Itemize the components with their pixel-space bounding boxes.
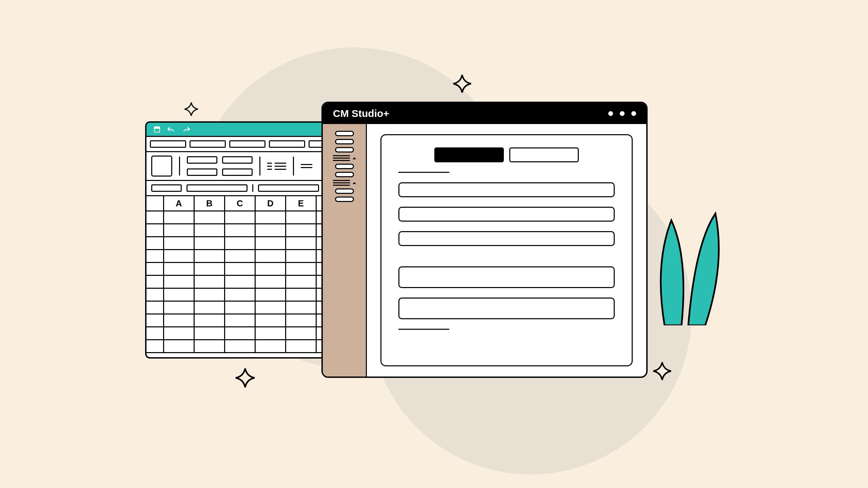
format-button[interactable] xyxy=(187,168,217,176)
undo-icon[interactable] xyxy=(167,126,175,133)
sidebar-item[interactable] xyxy=(335,139,354,144)
window-control-dot[interactable] xyxy=(608,111,613,116)
row-header[interactable] xyxy=(146,314,164,326)
cell[interactable] xyxy=(256,276,286,288)
menu-tab[interactable] xyxy=(190,140,226,148)
cell[interactable] xyxy=(164,302,195,313)
cell[interactable] xyxy=(225,327,256,339)
cell[interactable] xyxy=(286,340,317,352)
form-field[interactable] xyxy=(398,266,615,288)
column-header[interactable]: A xyxy=(164,196,195,210)
form-field[interactable] xyxy=(398,182,615,197)
cell[interactable] xyxy=(164,314,195,326)
cell[interactable] xyxy=(256,302,286,313)
select-all-corner[interactable] xyxy=(146,196,164,210)
cell[interactable] xyxy=(225,211,256,223)
cell[interactable] xyxy=(256,263,286,275)
formula-bar[interactable] xyxy=(186,184,248,192)
cell[interactable] xyxy=(286,289,317,301)
cell[interactable] xyxy=(164,224,195,236)
doc-tab[interactable] xyxy=(509,147,579,162)
row-header[interactable] xyxy=(146,276,164,288)
cell[interactable] xyxy=(164,276,195,288)
cell[interactable] xyxy=(286,237,317,249)
cell[interactable] xyxy=(286,224,317,236)
cell[interactable] xyxy=(256,250,286,262)
window-control-dot[interactable] xyxy=(631,111,636,116)
row-header[interactable] xyxy=(146,327,164,339)
form-field[interactable] xyxy=(398,207,615,222)
cell[interactable] xyxy=(195,263,225,275)
cell[interactable] xyxy=(164,327,195,339)
row-header[interactable] xyxy=(146,340,164,352)
column-header[interactable]: E xyxy=(286,196,317,210)
cell[interactable] xyxy=(225,224,256,236)
column-header[interactable]: B xyxy=(195,196,225,210)
cell[interactable] xyxy=(286,276,317,288)
cell[interactable] xyxy=(286,302,317,313)
cell[interactable] xyxy=(195,314,225,326)
cell[interactable] xyxy=(225,263,256,275)
cell-ref-box[interactable] xyxy=(151,184,182,192)
form-field[interactable] xyxy=(398,298,615,319)
column-header[interactable]: D xyxy=(256,196,286,210)
cell[interactable] xyxy=(256,327,286,339)
cell[interactable] xyxy=(256,211,286,223)
cell[interactable] xyxy=(195,302,225,313)
cell[interactable] xyxy=(256,224,286,236)
cell[interactable] xyxy=(225,250,256,262)
row-header[interactable] xyxy=(146,250,164,262)
cell[interactable] xyxy=(225,302,256,313)
menu-tab[interactable] xyxy=(269,140,305,148)
column-header[interactable]: C xyxy=(225,196,256,210)
format-box-button[interactable] xyxy=(151,156,172,177)
cell[interactable] xyxy=(195,211,225,223)
cell[interactable] xyxy=(225,276,256,288)
menu-tab[interactable] xyxy=(150,140,186,148)
cell[interactable] xyxy=(225,314,256,326)
cell[interactable] xyxy=(225,289,256,301)
doc-tab-active[interactable] xyxy=(434,147,504,162)
align-options[interactable] xyxy=(267,163,286,170)
cell[interactable] xyxy=(286,314,317,326)
format-button[interactable] xyxy=(222,168,253,176)
cell[interactable] xyxy=(164,211,195,223)
cell[interactable] xyxy=(256,237,286,249)
sidebar-item[interactable] xyxy=(335,197,354,202)
sidebar-item[interactable] xyxy=(335,131,354,136)
cell[interactable] xyxy=(256,314,286,326)
cell[interactable] xyxy=(195,340,225,352)
cell[interactable] xyxy=(195,250,225,262)
format-button[interactable] xyxy=(187,156,217,164)
cell[interactable] xyxy=(286,263,317,275)
row-header[interactable] xyxy=(146,211,164,223)
window-control-dot[interactable] xyxy=(620,111,625,116)
cell[interactable] xyxy=(164,263,195,275)
cell[interactable] xyxy=(164,340,195,352)
cell[interactable] xyxy=(286,211,317,223)
sidebar-item[interactable] xyxy=(335,164,354,169)
cell[interactable] xyxy=(195,327,225,339)
menu-tab[interactable] xyxy=(229,140,265,148)
row-header[interactable] xyxy=(146,302,164,313)
cell[interactable] xyxy=(164,250,195,262)
sidebar-item[interactable] xyxy=(335,188,354,194)
list-options[interactable] xyxy=(301,164,312,168)
row-header[interactable] xyxy=(146,237,164,249)
sidebar-group[interactable] xyxy=(333,155,356,161)
redo-icon[interactable] xyxy=(182,126,190,133)
cell[interactable] xyxy=(195,289,225,301)
sidebar-group[interactable] xyxy=(333,180,356,186)
cell[interactable] xyxy=(164,289,195,301)
cell[interactable] xyxy=(286,250,317,262)
cell[interactable] xyxy=(195,224,225,236)
cell[interactable] xyxy=(225,237,256,249)
format-button[interactable] xyxy=(222,156,253,164)
sidebar-item[interactable] xyxy=(335,147,354,152)
row-header[interactable] xyxy=(146,289,164,301)
cell[interactable] xyxy=(195,276,225,288)
cell[interactable] xyxy=(256,289,286,301)
save-icon[interactable] xyxy=(154,126,160,133)
sidebar-item[interactable] xyxy=(335,172,354,177)
row-header[interactable] xyxy=(146,263,164,275)
